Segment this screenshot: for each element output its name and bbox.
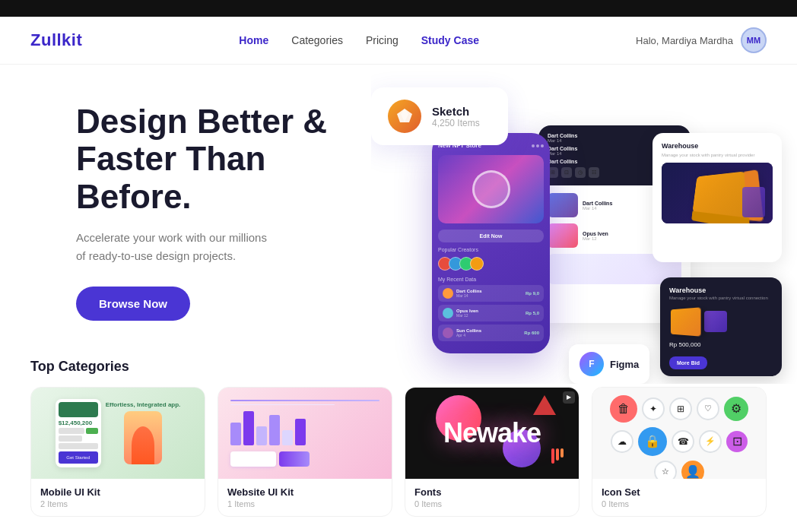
- icon-bubble-green: ⚙: [724, 397, 748, 421]
- icon-bubble-outline2: ⊞: [669, 397, 692, 420]
- warehouse-card2: Warehouse Manage your stock with pantry …: [660, 277, 782, 376]
- avatar[interactable]: MM: [741, 27, 767, 53]
- phone-item: Sun CollinsApr 4 Rp 600: [438, 325, 544, 341]
- hero-section: Design Better & Faster Than Before. Acce…: [0, 65, 797, 344]
- category-image-website: [218, 388, 392, 479]
- icon-bubble-outline6: ⚡: [699, 430, 722, 453]
- nav-categories[interactable]: Categories: [291, 34, 343, 46]
- more-bid-button[interactable]: More Bid: [669, 356, 707, 369]
- category-info-website: Website UI Kit 1 Items: [218, 479, 392, 516]
- sketch-card-text: Sketch 4,250 Items: [432, 105, 480, 128]
- sketch-card: Sketch 4,250 Items: [371, 87, 508, 145]
- warehouse-card: Warehouse Manage your stock with pantry …: [653, 133, 782, 262]
- mockup-container: New NFT Store Edit Now Popul: [417, 125, 782, 384]
- category-info-mobile: Mobile UI Kit 2 Items: [31, 479, 205, 516]
- category-image-icons: 🗑 ✦ ⊞ ♡ ⚙ ☁ 🔒 ☎ ⚡ ⊡ ☆ 👤: [592, 388, 766, 479]
- icon-bubble-orange: 👤: [681, 461, 704, 479]
- icon-bubble-outline4: ☁: [611, 430, 633, 453]
- nav-pricing[interactable]: Pricing: [366, 34, 398, 46]
- phone-item: Opus IvenMar 12 Rp 5,0: [438, 305, 544, 321]
- greeting-text: Halo, Mardiya Mardha: [636, 35, 733, 46]
- icon-bubble-outline3: ♡: [697, 397, 719, 420]
- category-image-mobile: $12,450,200 Get Started Effortless, Inte…: [31, 388, 205, 479]
- warehouse-image: [662, 163, 773, 223]
- figma-icon: F: [579, 352, 604, 376]
- category-info-fonts: Fonts 0 Items: [405, 479, 579, 516]
- icon-bubble-outline5: ☎: [672, 430, 694, 453]
- hero-subtext: Accelerate your work with our millions o…: [76, 229, 380, 265]
- icon-bubble-red: 🗑: [610, 395, 637, 423]
- hero-right-mockup: Sketch 4,250 Items New NFT Store: [371, 65, 797, 384]
- figma-badge: F Figma: [569, 344, 649, 384]
- fonts-triangle: [533, 395, 556, 415]
- category-info-icons: Icon Set 0 Items: [592, 479, 766, 516]
- category-card-fonts[interactable]: ▶ Newake Fonts 0 Items: [405, 387, 579, 517]
- browse-now-button[interactable]: Browse Now: [76, 287, 190, 321]
- logo[interactable]: Zullkit: [30, 30, 82, 50]
- sketch-icon: [388, 100, 421, 133]
- category-card-mobile[interactable]: $12,450,200 Get Started Effortless, Inte…: [30, 387, 205, 517]
- header-user-area: Halo, Mardiya Mardha MM: [636, 27, 767, 53]
- fonts-display-text: Newake: [443, 417, 541, 449]
- hero-left-content: Design Better & Faster Than Before. Acce…: [76, 103, 380, 321]
- category-image-fonts: ▶ Newake: [405, 388, 579, 479]
- nav-home[interactable]: Home: [239, 34, 268, 46]
- top-bar: [0, 0, 797, 17]
- categories-grid: $12,450,200 Get Started Effortless, Inte…: [30, 387, 767, 517]
- nav-study-case[interactable]: Study Case: [421, 34, 479, 46]
- phone-mockup: New NFT Store Edit Now Popul: [432, 133, 550, 353]
- header: Zullkit Home Categories Pricing Study Ca…: [0, 17, 797, 65]
- icon-bubble-blue: 🔒: [638, 427, 667, 456]
- phone-item: Dart CollinsMar 14 Rp 9,0: [438, 285, 544, 302]
- icon-bubble-purple: ⊡: [726, 431, 748, 452]
- category-card-icons[interactable]: 🗑 ✦ ⊞ ♡ ⚙ ☁ 🔒 ☎ ⚡ ⊡ ☆ 👤 Icon Set 0 Items: [592, 387, 767, 517]
- hero-headline: Design Better & Faster Than Before.: [76, 103, 380, 215]
- icon-bubble-outline7: ☆: [654, 461, 677, 479]
- main-nav: Home Categories Pricing Study Case: [239, 34, 479, 46]
- category-card-website[interactable]: Website UI Kit 1 Items: [218, 387, 392, 517]
- icon-bubble-outline1: ✦: [642, 397, 665, 420]
